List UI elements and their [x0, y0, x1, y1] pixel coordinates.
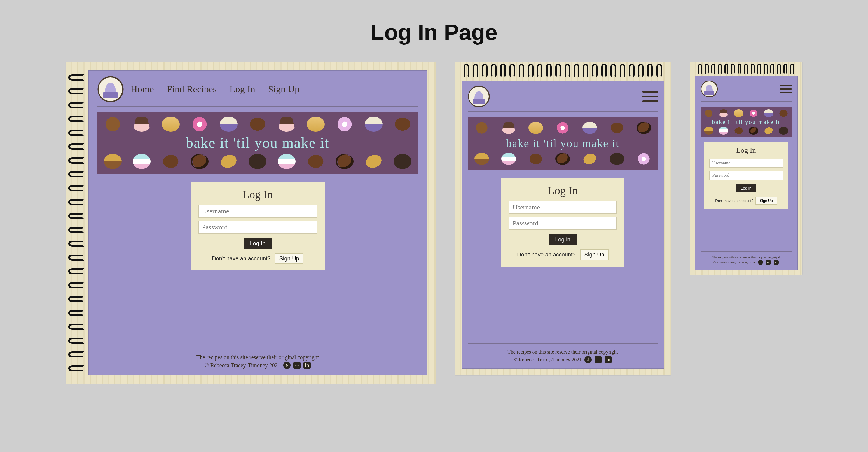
footer: The recipes on this site reserve their o… [468, 344, 658, 364]
login-card: Log In Log In Don't have an account? Sig… [191, 182, 325, 270]
nav-home[interactable]: Home [131, 84, 154, 95]
cake-slice-icon [719, 109, 728, 117]
signup-button[interactable]: Sign Up [580, 250, 609, 260]
cupcake-icon [220, 117, 238, 132]
password-field[interactable] [709, 171, 783, 180]
password-field[interactable] [198, 221, 317, 233]
hamburger-menu-icon[interactable] [779, 85, 792, 93]
pretzel-icon [104, 117, 122, 132]
footer-copyright: The recipes on this site reserve their o… [508, 349, 618, 355]
cookie-icon [191, 154, 209, 169]
cookie-icon [336, 154, 353, 169]
cupcake-icon [583, 122, 597, 134]
macaron-icon [278, 154, 296, 169]
pie-icon [474, 153, 489, 165]
chat-icon[interactable]: ⋯ [766, 260, 771, 265]
roll-icon [394, 117, 411, 132]
cake-slice-icon [133, 117, 151, 132]
signup-prompt: Don't have an account? [715, 199, 753, 203]
page-title: Log In Page [0, 0, 868, 45]
roll-icon [528, 153, 543, 165]
navbar [701, 80, 792, 101]
pretzel-icon [474, 122, 489, 134]
cake-slice-icon [501, 122, 516, 134]
footer-credit: © Rebecca Tracey-Timoney 2021 [514, 357, 582, 363]
nav-find-recipes[interactable]: Find Recipes [167, 84, 217, 95]
hamburger-menu-icon[interactable] [642, 91, 658, 102]
cookie-icon [749, 127, 758, 134]
croissant-icon [763, 127, 774, 134]
username-field[interactable] [509, 201, 617, 214]
spiral-binding [68, 70, 85, 375]
roll-icon [307, 154, 325, 169]
brownie-icon [779, 127, 788, 134]
signup-prompt: Don't have an account? [517, 252, 576, 258]
signup-button[interactable]: Sign Up [275, 253, 303, 264]
roll-icon [779, 109, 788, 117]
bread-icon [528, 122, 543, 134]
pie-icon [704, 127, 713, 134]
login-button[interactable]: Log in [549, 234, 577, 245]
footer-credit: © Rebecca Tracey-Timoney 2021 [713, 261, 755, 264]
password-field[interactable] [509, 217, 617, 230]
github-icon[interactable]: ♯ [758, 260, 763, 265]
roll-icon [162, 154, 180, 169]
brownie-icon [249, 154, 267, 169]
logo[interactable] [97, 76, 124, 103]
navbar: Home Find Recipes Log In Sign Up [97, 76, 418, 106]
cupcake-icon [365, 117, 383, 132]
page-surface: Home Find Recipes Log In Sign Up [89, 70, 427, 375]
github-icon[interactable]: ♯ [585, 356, 592, 363]
donut-icon [555, 122, 570, 134]
donut-icon [749, 109, 758, 117]
roll-icon [734, 127, 743, 134]
linkedin-icon[interactable]: in [604, 356, 612, 363]
hero-banner: bake it 'til you make it [468, 117, 658, 170]
footer: The recipes on this site reserve their o… [701, 252, 792, 266]
linkedin-icon[interactable]: in [774, 260, 779, 265]
tagline: bake it 'til you make it [474, 137, 651, 150]
mockups-row: Home Find Recipes Log In Sign Up [0, 62, 868, 384]
username-field[interactable] [709, 159, 783, 167]
macaron-icon [501, 153, 516, 165]
croissant-icon [218, 154, 239, 169]
cookie-icon [637, 122, 651, 134]
spiral-binding [462, 64, 664, 80]
pie-icon [104, 154, 122, 169]
page-surface: bake it 'til you make it Log In Log in D… [695, 76, 798, 270]
github-icon[interactable]: ♯ [283, 362, 290, 369]
login-button[interactable]: Log in [736, 184, 756, 192]
tagline: bake it 'til you make it [704, 118, 788, 126]
logo[interactable] [701, 80, 718, 98]
macaron-icon [133, 154, 151, 169]
page-surface: bake it 'til you make it Log In Log in [462, 81, 664, 369]
nav-signup[interactable]: Sign Up [268, 84, 300, 95]
login-card: Log In Log in Don't have an account? Sig… [501, 179, 624, 266]
nav-links: Home Find Recipes Log In Sign Up [131, 84, 300, 95]
bread-icon [162, 117, 180, 132]
cupcake-icon [764, 109, 773, 117]
footer-copyright: The recipes on this site reserve their o… [196, 354, 319, 360]
bread-icon [307, 117, 325, 132]
cake-slice-icon [278, 117, 296, 132]
brownie-icon [394, 154, 411, 169]
chat-icon[interactable]: ⋯ [594, 356, 602, 363]
tagline: bake it 'til you make it [104, 134, 412, 151]
roll-icon [610, 122, 624, 134]
username-field[interactable] [198, 205, 317, 218]
croissant-icon [581, 153, 598, 165]
donut-icon [191, 117, 209, 132]
login-heading: Log In [198, 188, 317, 201]
chat-icon[interactable]: ⋯ [293, 362, 301, 369]
signup-prompt: Don't have an account? [212, 255, 271, 262]
linkedin-icon[interactable]: in [303, 362, 311, 369]
logo[interactable] [468, 85, 490, 108]
tablet-mockup: bake it 'til you make it Log In Log in [455, 62, 671, 375]
login-button[interactable]: Log In [244, 238, 272, 249]
roll-icon [249, 117, 267, 132]
cookie-icon [555, 153, 570, 165]
mobile-mockup: bake it 'til you make it Log In Log in D… [690, 62, 802, 275]
signup-button[interactable]: Sign Up [755, 197, 777, 205]
nav-login[interactable]: Log In [229, 84, 255, 95]
hero-banner: bake it 'til you make it [701, 106, 792, 137]
